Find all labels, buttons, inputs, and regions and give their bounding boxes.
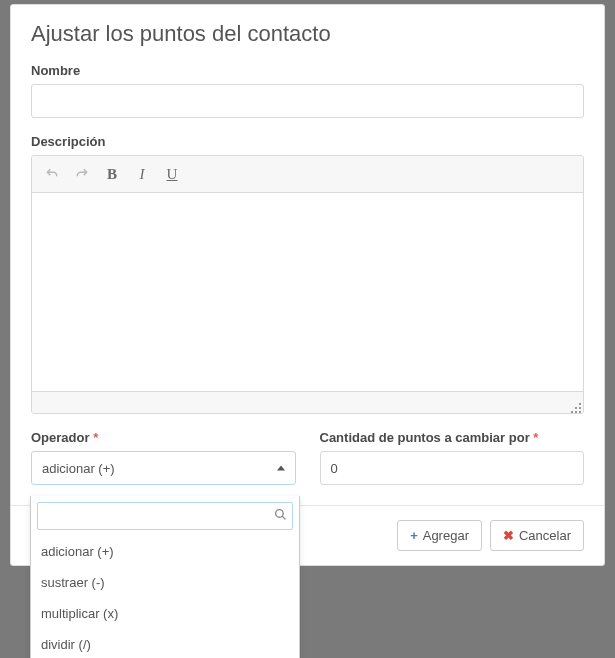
required-indicator: *	[93, 430, 98, 445]
description-label: Descripción	[31, 134, 584, 149]
description-field-group: Descripción B I U	[31, 134, 584, 414]
svg-point-0	[276, 510, 284, 518]
cancel-button[interactable]: ✖ Cancelar	[490, 520, 584, 551]
modal-body: Nombre Descripción B I U	[11, 55, 604, 505]
dropdown-search-input[interactable]	[37, 502, 293, 530]
points-field-group: Cantidad de puntos a cambiar por *	[320, 430, 585, 485]
points-label: Cantidad de puntos a cambiar por *	[320, 430, 585, 445]
operator-dropdown: adicionar (+) sustraer (-) multiplicar (…	[30, 496, 300, 658]
search-icon	[274, 507, 287, 525]
name-label: Nombre	[31, 63, 584, 78]
editor-footer	[32, 391, 583, 413]
dropdown-option[interactable]: sustraer (-)	[31, 567, 299, 598]
operator-field-group: Operador * adicionar (+)	[31, 430, 296, 485]
operator-points-row: Operador * adicionar (+) Cantidad de pun…	[31, 430, 584, 485]
close-icon: ✖	[503, 528, 514, 543]
name-field-group: Nombre	[31, 63, 584, 118]
operator-label: Operador *	[31, 430, 296, 445]
chevron-up-icon	[277, 466, 285, 471]
editor-textarea[interactable]	[32, 193, 583, 391]
operator-select[interactable]: adicionar (+)	[31, 451, 296, 485]
required-indicator: *	[533, 430, 538, 445]
bold-icon[interactable]: B	[100, 162, 124, 186]
modal-header: Ajustar los puntos del contacto	[11, 5, 604, 55]
operator-selected-value: adicionar (+)	[42, 461, 115, 476]
dropdown-option[interactable]: multiplicar (x)	[31, 598, 299, 629]
undo-icon[interactable]	[40, 162, 64, 186]
add-button-label: Agregar	[423, 528, 469, 543]
dropdown-option[interactable]: adicionar (+)	[31, 536, 299, 567]
resize-grip-icon[interactable]	[569, 399, 581, 411]
svg-line-1	[282, 516, 285, 519]
name-input[interactable]	[31, 84, 584, 118]
dropdown-search-wrap	[31, 496, 299, 536]
add-button[interactable]: + Agregar	[397, 520, 482, 551]
editor-toolbar: B I U	[32, 156, 583, 193]
modal-title: Ajustar los puntos del contacto	[31, 21, 584, 47]
italic-icon[interactable]: I	[130, 162, 154, 186]
rich-text-editor: B I U	[31, 155, 584, 414]
modal-dialog: Ajustar los puntos del contacto Nombre D…	[10, 4, 605, 566]
dropdown-option[interactable]: dividir (/)	[31, 629, 299, 658]
redo-icon[interactable]	[70, 162, 94, 186]
underline-icon[interactable]: U	[160, 162, 184, 186]
plus-icon: +	[410, 528, 418, 543]
dropdown-options-list: adicionar (+) sustraer (-) multiplicar (…	[31, 536, 299, 658]
points-input[interactable]	[320, 451, 585, 485]
cancel-button-label: Cancelar	[519, 528, 571, 543]
